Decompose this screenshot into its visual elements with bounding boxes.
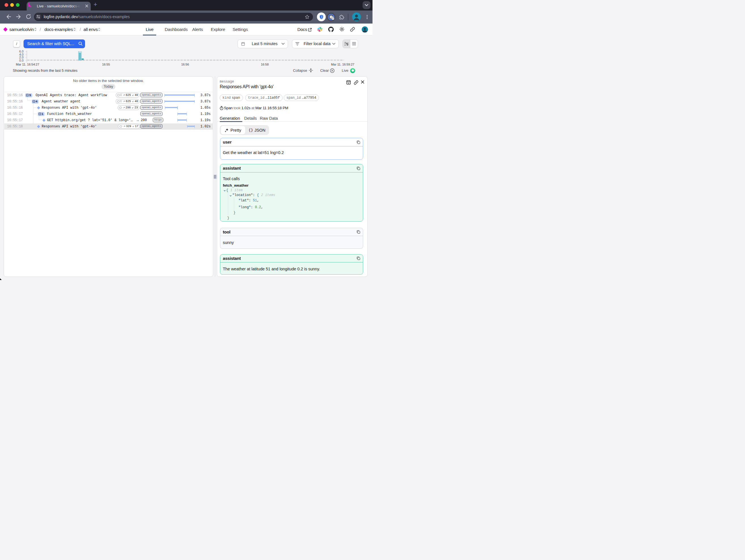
- svg-text:16:58: 16:58: [261, 63, 269, 66]
- svg-text:16:56: 16:56: [181, 63, 189, 66]
- svg-text:Mar 11. 16:54:27: Mar 11. 16:54:27: [16, 63, 39, 66]
- svg-text:Mar 11. 16:59:27: Mar 11. 16:59:27: [331, 63, 354, 66]
- svg-text:0.0: 0.0: [19, 59, 24, 62]
- svg-text:16:55: 16:55: [102, 63, 110, 66]
